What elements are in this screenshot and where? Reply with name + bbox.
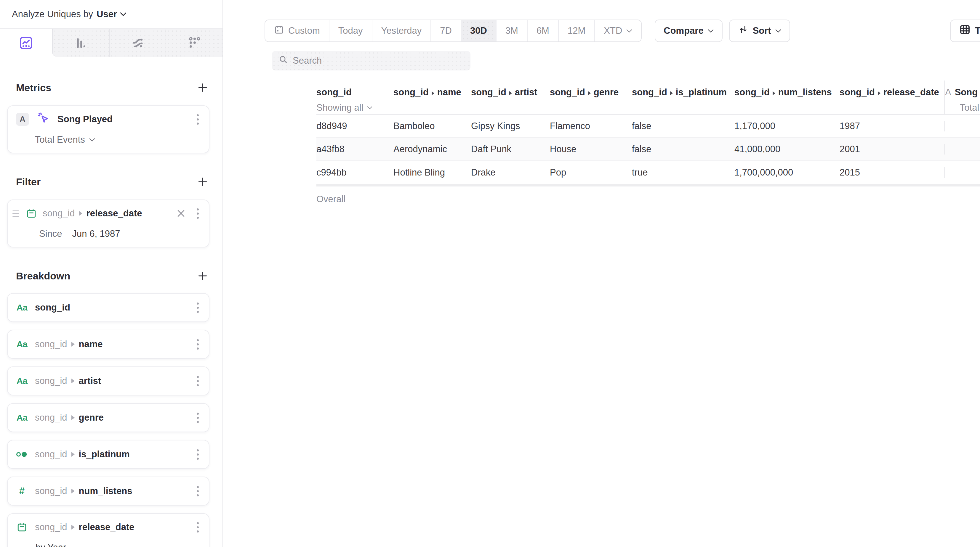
breakdown-options-kebab-icon[interactable]: [195, 520, 200, 534]
arrow-right-icon: [509, 91, 512, 95]
overall-separator: [317, 184, 980, 187]
results-table: song_id Showing all song_idname song_ida…: [317, 81, 980, 212]
range-3m[interactable]: 3M: [496, 20, 527, 41]
drag-handle-icon[interactable]: [13, 211, 19, 217]
overall-row: Overall 3: [317, 187, 980, 212]
arrow-right-icon: [432, 91, 434, 95]
column-header-name[interactable]: song_idname: [393, 81, 471, 114]
breakdown-card-artist[interactable]: Aa song_id artist: [7, 366, 210, 395]
view-type-button[interactable]: Table: [950, 19, 980, 42]
tab-flows[interactable]: [109, 29, 166, 57]
arrow-right-icon: [72, 342, 75, 347]
range-7d[interactable]: 7D: [430, 20, 461, 41]
breakdown-options-kebab-icon[interactable]: [195, 484, 200, 498]
remove-filter-icon[interactable]: [175, 207, 187, 220]
column-header-num-listens[interactable]: song_idnum_listens: [734, 81, 840, 114]
metric-series-letter: A: [945, 87, 951, 97]
overall-label: Overall: [317, 194, 393, 205]
showing-all-selector[interactable]: Showing all: [317, 102, 393, 113]
breakdown-property-name: name: [79, 339, 103, 350]
date-property-icon: [25, 208, 37, 219]
tab-insights[interactable]: [0, 29, 52, 57]
metric-subtitle: Total Events: [945, 102, 980, 113]
bar-chart-icon: [74, 36, 88, 50]
metric-series-badge: A: [16, 113, 29, 126]
tab-funnel-dots[interactable]: [165, 29, 223, 57]
breakdown-card-name[interactable]: Aa song_id name: [7, 330, 210, 359]
arrow-right-icon: [72, 525, 75, 530]
tab-bar-chart[interactable]: [52, 29, 109, 57]
text-property-icon: Aa: [16, 303, 28, 312]
breakdown-card-genre[interactable]: Aa song_id genre: [7, 403, 210, 432]
range-yesterday[interactable]: Yesterday: [372, 20, 431, 41]
breakdown-options-kebab-icon[interactable]: [195, 374, 200, 388]
date-bucket-value: by Year: [35, 542, 66, 547]
overall-value: 3: [945, 194, 980, 205]
table-row[interactable]: c994bbHotline BlingDrakePoptrue1,700,000…: [317, 161, 980, 184]
search-icon: [278, 55, 288, 67]
column-header-release-date[interactable]: song_idrelease_date: [840, 81, 945, 114]
column-header-artist[interactable]: song_idartist: [471, 81, 550, 114]
range-today[interactable]: Today: [329, 20, 372, 41]
add-metric-button[interactable]: [196, 81, 210, 94]
breakdown-options-kebab-icon[interactable]: [195, 411, 200, 425]
query-builder-sidebar: Analyze Uniques by User: [0, 0, 223, 547]
filter-value: Jun 6, 1987: [72, 228, 120, 239]
metrics-section-header: Metrics: [16, 82, 210, 94]
search-input[interactable]: [293, 55, 464, 66]
filter-card[interactable]: song_id release_date Since Jun 6, 1987: [7, 200, 210, 247]
date-range-control: Custom Today Yesterday 7D 30D 3M 6M 12M …: [264, 19, 642, 42]
table-row[interactable]: a43fb8AerodynamicDaft PunkHousefalse41,0…: [317, 138, 980, 161]
range-30d[interactable]: 30D: [461, 20, 496, 41]
app-root: Analyze Uniques by User: [0, 0, 980, 547]
table-row[interactable]: d8d949BamboleoGipsy KingsFlamencofalse1,…: [317, 115, 980, 138]
aggregation-selector[interactable]: Total Events: [35, 135, 200, 145]
filter-property-name: release_date: [86, 208, 142, 219]
date-bucket-selector[interactable]: by Year: [35, 542, 200, 547]
breakdown-card-release-date[interactable]: song_id release_date by Year: [7, 513, 210, 547]
breakdown-card-song-id[interactable]: Aa song_id: [7, 293, 210, 322]
filter-title: Filter: [16, 176, 41, 188]
table-body: d8d949BamboleoGipsy KingsFlamencofalse1,…: [317, 115, 980, 184]
range-6m[interactable]: 6M: [527, 20, 558, 41]
breakdown-options-kebab-icon[interactable]: [195, 447, 200, 461]
column-header-metric[interactable]: ASong Played Total Events: [945, 81, 980, 114]
breakdown-property-prefix: song_id: [35, 486, 67, 496]
column-header-is-platinum[interactable]: song_idis_platinum: [632, 81, 734, 114]
range-12m[interactable]: 12M: [558, 20, 594, 41]
table-search: [272, 51, 471, 70]
breakdown-property-name: artist: [79, 376, 101, 386]
column-header-song-id[interactable]: song_id Showing all: [317, 81, 393, 114]
chevron-down-icon: [89, 138, 95, 142]
sort-button[interactable]: Sort: [729, 19, 790, 42]
entity-selector[interactable]: User: [97, 9, 127, 19]
breakdown-card-is-platinum[interactable]: song_id is_platinum: [7, 440, 210, 469]
filter-options-kebab-icon[interactable]: [195, 207, 200, 220]
filter-property-prefix: song_id: [43, 208, 75, 219]
breakdown-options-kebab-icon[interactable]: [195, 338, 200, 351]
entity-value: User: [97, 9, 117, 19]
results-toolbar: Custom Today Yesterday 7D 30D 3M 6M 12M …: [264, 19, 980, 42]
arrow-right-icon: [588, 91, 591, 95]
breakdown-property-prefix: song_id: [35, 522, 67, 533]
calendar-icon: [274, 25, 284, 37]
breakdown-card-num-listens[interactable]: # song_id num_listens: [7, 477, 210, 506]
arrow-right-icon: [878, 91, 880, 95]
flows-icon: [130, 36, 145, 50]
boolean-property-icon: [16, 451, 28, 458]
chevron-down-icon: [120, 12, 127, 16]
column-header-genre[interactable]: song_idgenre: [550, 81, 632, 114]
chart-type-tabs: [0, 29, 223, 57]
metric-card[interactable]: A Song Played Total Events: [7, 105, 210, 153]
range-xtd[interactable]: XTD: [594, 20, 641, 41]
compare-button[interactable]: Compare: [655, 19, 722, 42]
arrow-right-icon: [72, 379, 75, 383]
breakdown-options-kebab-icon[interactable]: [195, 301, 200, 315]
filter-condition[interactable]: Since Jun 6, 1987: [39, 228, 200, 239]
add-filter-button[interactable]: [196, 175, 210, 189]
breakdown-section-header: Breakdown: [16, 270, 210, 282]
range-custom[interactable]: Custom: [265, 20, 329, 41]
metric-options-kebab-icon[interactable]: [195, 113, 200, 126]
add-breakdown-button[interactable]: [196, 269, 210, 283]
dots-grid-icon: [187, 36, 202, 50]
